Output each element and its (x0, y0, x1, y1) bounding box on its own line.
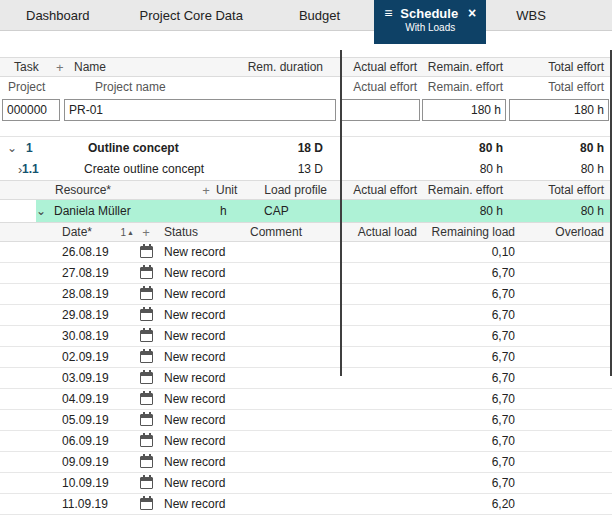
col-comment[interactable]: Comment (242, 225, 341, 239)
remaining-load-cell[interactable]: 6,70 (421, 308, 521, 322)
calendar-cell[interactable] (134, 372, 158, 384)
col-date[interactable]: Date* 1 ▲ (56, 225, 134, 239)
col-status[interactable]: Status (158, 225, 242, 239)
calendar-icon[interactable] (140, 246, 153, 258)
project-id-field[interactable]: 000000 (2, 99, 60, 121)
expand-icon[interactable]: › (0, 162, 20, 177)
remaining-load-cell[interactable]: 6,70 (421, 266, 521, 280)
task-row[interactable]: › 1.1 Create outline concept 13 D 80 h 8… (0, 158, 612, 180)
calendar-cell[interactable] (134, 351, 158, 363)
col-actual-effort[interactable]: Actual effort (341, 60, 421, 74)
task-row[interactable]: ⌄ 1 Outline concept 18 D 80 h 80 h (0, 136, 612, 158)
col-actual-load[interactable]: Actual load (341, 225, 421, 239)
date-cell[interactable]: 03.09.19 (56, 371, 134, 385)
col-resource[interactable]: Resource* (48, 183, 198, 197)
project-remain-effort-field[interactable]: 180 h (422, 99, 506, 121)
calendar-icon[interactable] (140, 267, 153, 279)
tab-schedule[interactable]: ≡ Schedule × With Loads (374, 0, 486, 44)
calendar-cell[interactable] (134, 456, 158, 468)
remaining-load-cell[interactable]: 6,70 (421, 287, 521, 301)
close-icon[interactable]: × (468, 5, 476, 21)
tab-wbs[interactable]: WBS (502, 0, 560, 31)
load-row: 29.08.19 New record 6,70 (0, 305, 612, 326)
col-overload[interactable]: Overload (521, 225, 612, 239)
calendar-cell[interactable] (134, 393, 158, 405)
date-cell[interactable]: 11.09.19 (56, 497, 134, 511)
task-name[interactable]: Outline concept (60, 141, 231, 155)
calendar-icon[interactable] (140, 456, 153, 468)
col-remain-effort[interactable]: Remain. effort (421, 183, 507, 197)
calendar-icon[interactable] (140, 309, 153, 321)
tab-dashboard[interactable]: Dashboard (12, 0, 104, 31)
remaining-load-cell[interactable]: 6,70 (421, 476, 521, 490)
col-name[interactable]: Name (74, 60, 231, 74)
date-cell[interactable]: 28.08.19 (56, 287, 134, 301)
calendar-cell[interactable] (134, 498, 158, 510)
calendar-icon[interactable] (140, 393, 153, 405)
add-task-button[interactable]: + (56, 60, 74, 75)
calendar-icon[interactable] (140, 477, 153, 489)
collapse-icon[interactable]: ⌄ (0, 141, 26, 155)
calendar-cell[interactable] (134, 267, 158, 279)
date-cell[interactable]: 10.09.19 (56, 476, 134, 490)
col-remaining-load[interactable]: Remaining load (421, 225, 521, 239)
project-total-effort-field[interactable]: 180 h (509, 99, 609, 121)
task-name[interactable]: Create outline concept (54, 162, 231, 176)
calendar-icon[interactable] (140, 414, 153, 426)
calendar-cell[interactable] (134, 414, 158, 426)
project-actual-effort-field[interactable] (341, 99, 420, 121)
tab-budget[interactable]: Budget (285, 0, 354, 31)
calendar-icon[interactable] (140, 498, 153, 510)
calendar-cell[interactable] (134, 288, 158, 300)
col-total-effort[interactable]: Total effort (507, 183, 612, 197)
calendar-cell[interactable] (134, 330, 158, 342)
date-cell[interactable]: 06.09.19 (56, 434, 134, 448)
sort-indicator[interactable]: 1 ▲ (121, 227, 135, 238)
date-cell[interactable]: 05.09.19 (56, 413, 134, 427)
remaining-load-cell[interactable]: 6,70 (421, 350, 521, 364)
col-task[interactable]: Task (0, 60, 56, 74)
calendar-icon[interactable] (140, 435, 153, 447)
tab-schedule-top: ≡ Schedule × (384, 5, 476, 21)
col-load-profile[interactable]: Load profile (258, 183, 341, 197)
date-cell[interactable]: 27.08.19 (56, 266, 134, 280)
section-spacer (0, 123, 612, 136)
remaining-load-cell[interactable]: 6,70 (421, 455, 521, 469)
resource-name[interactable]: Daniela Müller (52, 204, 214, 218)
date-cell[interactable]: 04.09.19 (56, 392, 134, 406)
sort-order: 1 (121, 227, 127, 238)
remaining-load-cell[interactable]: 6,70 (421, 371, 521, 385)
load-row: 30.08.19 New record 6,70 (0, 326, 612, 347)
tab-project-core-data[interactable]: Project Core Data (126, 0, 257, 31)
col-remain-effort[interactable]: Remain. effort (421, 60, 507, 74)
remaining-load-cell[interactable]: 6,70 (421, 434, 521, 448)
add-resource-button[interactable]: + (198, 183, 214, 198)
date-cell[interactable]: 26.08.19 (56, 245, 134, 259)
collapse-icon[interactable]: ⌄ (36, 204, 52, 218)
project-name-field[interactable]: PR-01 (64, 99, 336, 121)
col-actual-effort[interactable]: Actual effort (341, 183, 421, 197)
col-total-effort[interactable]: Total effort (507, 60, 612, 74)
col-rem-duration[interactable]: Rem. duration (231, 60, 341, 74)
calendar-cell[interactable] (134, 477, 158, 489)
calendar-cell[interactable] (134, 435, 158, 447)
date-cell[interactable]: 29.08.19 (56, 308, 134, 322)
schedule-grid: Task + Name Rem. duration Actual effort … (0, 31, 612, 515)
remaining-load-cell[interactable]: 6,70 (421, 392, 521, 406)
remaining-load-cell[interactable]: 6,70 (421, 329, 521, 343)
calendar-cell[interactable] (134, 246, 158, 258)
date-cell[interactable]: 09.09.19 (56, 455, 134, 469)
calendar-cell[interactable] (134, 309, 158, 321)
calendar-icon[interactable] (140, 330, 153, 342)
calendar-icon[interactable] (140, 288, 153, 300)
remaining-load-cell[interactable]: 6,20 (421, 497, 521, 511)
col-unit[interactable]: Unit (214, 183, 258, 197)
calendar-icon[interactable] (140, 351, 153, 363)
add-load-record-button[interactable]: + (134, 225, 158, 240)
resource-row[interactable]: ⌄ Daniela Müller h CAP 80 h 80 h (0, 200, 612, 222)
calendar-icon[interactable] (140, 372, 153, 384)
date-cell[interactable]: 02.09.19 (56, 350, 134, 364)
date-cell[interactable]: 30.08.19 (56, 329, 134, 343)
remaining-load-cell[interactable]: 0,10 (421, 245, 521, 259)
remaining-load-cell[interactable]: 6,70 (421, 413, 521, 427)
